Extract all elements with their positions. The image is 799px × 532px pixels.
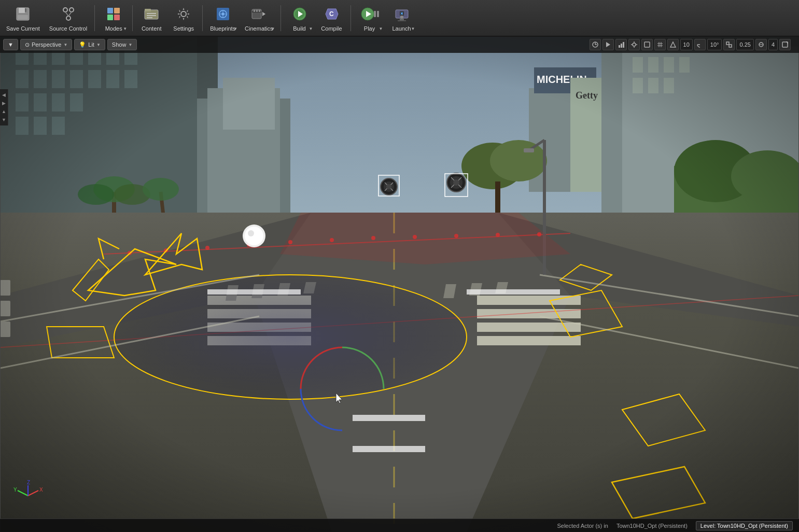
svg-rect-42 (398, 20, 406, 21)
svg-rect-206 (782, 42, 788, 47)
svg-point-192 (634, 47, 635, 48)
camera-exposure-value[interactable]: 4 (768, 39, 778, 50)
svg-point-194 (636, 44, 637, 45)
save-current-button[interactable]: Save Current (2, 2, 44, 34)
play-button[interactable]: Play ▼ (354, 2, 385, 34)
grid-snap-number: 10 (683, 41, 690, 48)
cinematics-icon (249, 5, 268, 23)
build-arrow: ▼ (309, 26, 313, 31)
svg-rect-189 (623, 42, 624, 48)
status-bar: Selected Actor (s) in Town10HD_Opt (Pers… (0, 519, 799, 532)
build-button[interactable]: Build ▼ (284, 2, 315, 34)
svg-rect-187 (619, 45, 620, 48)
scale-snap-value[interactable]: 0.25 (736, 39, 753, 50)
play-label: Play (364, 25, 375, 32)
svg-point-191 (634, 41, 635, 43)
perspective-label: Perspective (32, 41, 61, 48)
camera-exposure-number: 4 (772, 41, 775, 48)
settings-label: Settings (173, 25, 194, 32)
content-icon (142, 5, 161, 23)
svg-point-190 (633, 43, 636, 46)
modes-arrow: ▼ (123, 26, 127, 31)
svg-rect-203 (729, 45, 732, 47)
source-control-label: Source Control (49, 25, 87, 32)
camera-exposure-button[interactable] (755, 39, 767, 50)
snap-to-surface-button[interactable] (667, 39, 679, 50)
show-label: Show (112, 41, 127, 48)
separator-3 (202, 5, 203, 31)
modes-button[interactable]: Modes ▼ (98, 2, 129, 34)
svg-point-6 (66, 16, 71, 20)
selected-actor-text: Selected Actor (s) in (557, 523, 608, 529)
rotation-snap-value[interactable]: 10° (707, 39, 722, 50)
camera-speed-button[interactable] (590, 39, 601, 50)
viewport-settings-button[interactable] (628, 39, 640, 50)
svg-point-5 (69, 8, 74, 12)
viewport-right-controls: 10 10° 0.25 4 (590, 36, 791, 53)
scale-snap-number: 0.25 (739, 41, 750, 48)
restore-viewport-button[interactable] (779, 39, 791, 50)
svg-line-177 (28, 491, 38, 496)
svg-point-193 (631, 44, 632, 45)
grid-snap-value[interactable]: 10 (680, 39, 693, 50)
svg-rect-188 (621, 44, 622, 48)
perspective-icon: ⊙ (25, 41, 30, 48)
blueprints-icon (214, 5, 232, 23)
lit-button[interactable]: 💡 Lit ▼ (74, 39, 105, 50)
svg-rect-14 (145, 9, 151, 11)
svg-rect-28 (256, 10, 258, 12)
left-toolbar-btn-1[interactable]: ◀ (1, 91, 8, 99)
compile-label: Compile (321, 25, 342, 32)
angle-snap-button[interactable] (694, 39, 706, 50)
svg-line-7 (65, 12, 68, 16)
svg-rect-11 (107, 15, 113, 20)
source-control-button[interactable]: Source Control (45, 2, 91, 34)
show-stats-button[interactable] (615, 39, 627, 50)
left-toolbar-btn-2[interactable]: ▶ (1, 100, 8, 107)
content-button[interactable]: Content (136, 2, 167, 34)
modes-label: Modes (105, 25, 122, 32)
blueprints-button[interactable]: Blueprints ▼ (206, 2, 240, 34)
maximize-button[interactable] (641, 39, 653, 50)
svg-text:Z: Z (27, 480, 30, 485)
launch-label: Launch (392, 25, 411, 32)
viewport-options-button[interactable]: ▼ (3, 39, 18, 50)
svg-rect-37 (374, 11, 376, 17)
separator-5 (351, 5, 351, 31)
left-toolbar-btn-3[interactable]: ▲ (1, 108, 8, 115)
separator-2 (132, 5, 133, 31)
lit-icon: 💡 (79, 41, 86, 48)
svg-line-8 (68, 12, 72, 16)
svg-rect-29 (259, 10, 260, 12)
cinematics-label: Cinematics (245, 25, 273, 32)
launch-arrow: ▼ (411, 26, 415, 31)
cinematics-arrow: ▼ (271, 26, 275, 31)
perspective-button[interactable]: ⊙ Perspective ▼ (20, 39, 72, 50)
scale-snap-button[interactable] (723, 39, 735, 50)
level-file-text: Town10HD_Opt (Persistent) (616, 523, 688, 529)
grid-toggle-button[interactable] (654, 39, 666, 50)
svg-text:C: C (329, 10, 334, 18)
svg-rect-2 (18, 15, 28, 19)
svg-marker-186 (606, 42, 610, 47)
svg-rect-175 (0, 36, 799, 532)
cinematics-button[interactable]: Cinematics ▼ (241, 2, 277, 34)
compile-button[interactable]: C Compile (316, 2, 347, 34)
lit-label: Lit (88, 41, 94, 48)
perspective-arrow: ▼ (63, 43, 67, 47)
launch-button[interactable]: Launch ▼ (386, 2, 417, 34)
axis-indicator: X Y Z (12, 480, 44, 511)
viewport-scene[interactable]: MICHELIN Getty (0, 36, 799, 532)
show-button[interactable]: Show ▼ (107, 39, 137, 50)
build-label: Build (293, 25, 305, 32)
save-current-label: Save Current (6, 25, 40, 32)
blueprints-arrow: ▼ (233, 26, 237, 31)
svg-point-4 (63, 8, 67, 12)
svg-rect-38 (377, 11, 379, 17)
realtime-button[interactable] (602, 39, 614, 50)
left-toolbar-btn-4[interactable]: ▼ (1, 116, 8, 123)
svg-rect-10 (114, 8, 120, 13)
settings-button[interactable]: Settings (168, 2, 199, 34)
svg-rect-41 (400, 19, 404, 20)
play-arrow: ▼ (379, 26, 383, 31)
